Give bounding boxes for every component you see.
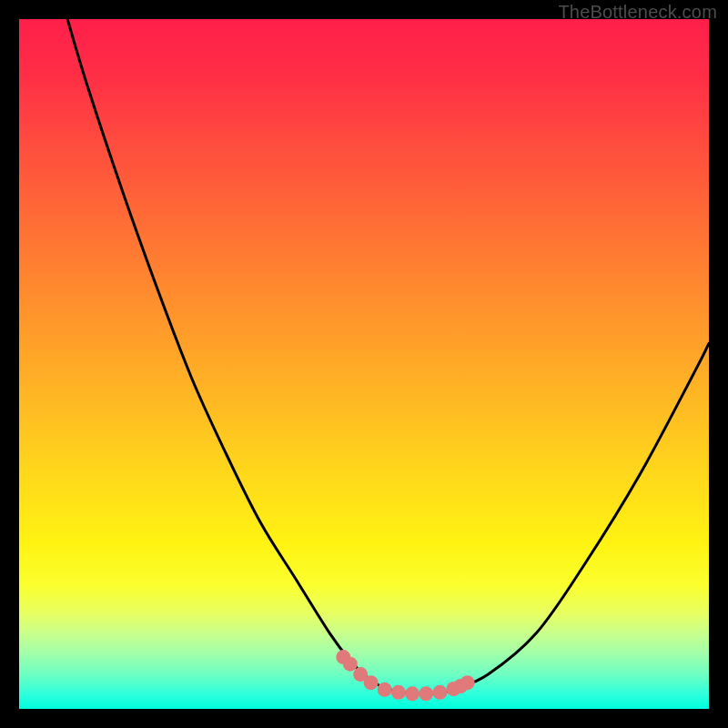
marker-dot (364, 675, 379, 690)
marker-dot (391, 685, 406, 700)
bottleneck-curve-path (67, 19, 709, 694)
bottleneck-curve-svg (19, 19, 709, 709)
watermark-text: TheBottleneck.com (558, 2, 717, 23)
marker-dot (419, 686, 433, 701)
marker-dot (378, 682, 392, 697)
marker-dot (343, 657, 358, 672)
marker-dot (460, 675, 475, 690)
marker-cluster (336, 650, 474, 701)
marker-dot (432, 685, 447, 700)
marker-dot (405, 686, 420, 701)
chart-frame: TheBottleneck.com (0, 0, 728, 728)
